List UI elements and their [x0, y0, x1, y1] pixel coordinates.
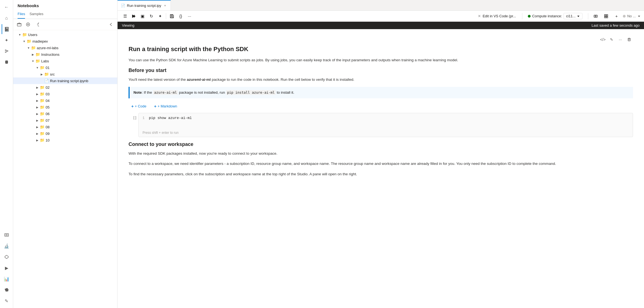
designer-button[interactable]: ✦	[2, 35, 12, 45]
run-all-button[interactable]	[130, 12, 138, 20]
code-view-action-button[interactable]: </>	[599, 36, 607, 43]
status-viewing-label: Viewing	[122, 23, 134, 27]
folder-10-icon: 📁	[40, 138, 44, 143]
tree-item-09[interactable]: ▶ 📁 09	[13, 130, 117, 137]
tree-item-labs[interactable]: ▼ 📁 Labs	[13, 58, 117, 64]
refresh-button[interactable]	[33, 21, 41, 28]
toolbar-divider-1	[166, 13, 166, 19]
endpoint-button[interactable]: ▶	[2, 263, 12, 273]
tab-files[interactable]: Files	[18, 10, 25, 19]
back-button[interactable]: ←	[2, 2, 12, 12]
collapse-panel-button[interactable]	[107, 21, 115, 28]
save-button[interactable]	[168, 12, 176, 20]
model-button[interactable]	[2, 252, 12, 262]
svg-rect-19	[594, 15, 597, 17]
add-markdown-cell-button[interactable]: + + Markdown	[151, 103, 180, 110]
code-cell-text[interactable]: pip show azure-ai-ml	[149, 116, 629, 120]
notebook-title: Run a training script with the Python SD…	[129, 46, 633, 53]
section2-body3: To find the necessary parameters, click …	[129, 171, 633, 177]
tree-item-02[interactable]: ▶ 📁 02	[13, 84, 117, 91]
chevron-09-icon: ▶	[35, 131, 40, 136]
tree-item-05[interactable]: ▶ 📁 05	[13, 104, 117, 110]
code-cell-content[interactable]: 1 pip show azure-ai-ml	[139, 113, 633, 130]
tab-samples[interactable]: Samples	[29, 10, 43, 19]
stop-button[interactable]: ▣	[138, 12, 147, 20]
add-code-cell-button[interactable]: + + Code	[129, 103, 149, 110]
tree-item-madiepev[interactable]: ▼ 📁 madiepev	[13, 38, 117, 45]
edit-vscode-button[interactable]: ✕ Edit in VS Code (pr...	[475, 13, 518, 19]
notebook-button[interactable]: 📓	[2, 24, 12, 34]
folder-users-icon: 📁	[22, 32, 27, 37]
restart-button[interactable]: ↻	[147, 12, 155, 20]
svg-line-3	[6, 50, 7, 51]
add-file-button[interactable]	[24, 21, 32, 28]
add-compute-button[interactable]	[592, 12, 600, 20]
notebook-content[interactable]: </> ✎ ··· Run a training script with the…	[118, 29, 644, 308]
tree-item-08[interactable]: ▶ 📁 08	[13, 124, 117, 130]
tree-item-04[interactable]: ▶ 📁 04	[13, 97, 117, 104]
section1-body: You'll need the latest version of the az…	[129, 77, 633, 83]
compute-instance-selector[interactable]: Compute instance: ci11...	[526, 12, 585, 20]
main-notebook-area: 📄 Run training script.ipy × ☰ ▣ ↻ ✦ {} ·…	[118, 0, 644, 308]
chevron-01-icon: ▼	[35, 65, 40, 70]
home-button[interactable]: ⌂	[2, 13, 12, 23]
tree-item-src[interactable]: ▶ 📁 src	[13, 71, 117, 77]
new-folder-button[interactable]	[15, 21, 23, 28]
add-cell-plus-button[interactable]: +	[612, 12, 621, 20]
experiment-button[interactable]: 🔬	[2, 241, 12, 251]
compute-side-button[interactable]	[2, 230, 12, 240]
svg-rect-0	[5, 50, 6, 51]
file-panel-title: Notebooks	[13, 0, 117, 10]
pipeline-button[interactable]	[2, 46, 12, 56]
notebook-intro: You can use the Python SDK for Azure Mac…	[129, 57, 633, 63]
tree-item-instructions[interactable]: ▶ 📁 Instructions	[13, 51, 117, 58]
svg-line-4	[6, 51, 7, 52]
folder-instructions-icon: 📁	[35, 52, 40, 57]
data-button[interactable]	[2, 57, 12, 67]
chevron-azure-ml-labs-icon: ▼	[26, 46, 31, 50]
tree-item-07[interactable]: ▶ 📁 07	[13, 117, 117, 124]
svg-rect-2	[7, 51, 8, 51]
tree-item-01[interactable]: ▼ 📁 01	[13, 64, 117, 71]
section2-heading: Connect to your workspace	[129, 141, 633, 147]
tree-item-azure-ml-labs[interactable]: ▼ 📁 azure-ml-labs	[13, 45, 117, 51]
folder-02-icon: 📁	[40, 85, 44, 90]
svg-rect-23	[604, 16, 606, 18]
svg-rect-24	[606, 16, 608, 18]
monitor-button[interactable]: 📊	[2, 274, 12, 284]
tree-item-users[interactable]: ▼ 📁 Users	[13, 31, 117, 38]
edit-pencil-action-button[interactable]: ✎	[608, 36, 615, 43]
folder-03-icon: 📁	[40, 91, 44, 96]
active-notebook-tab[interactable]: 📄 Run training script.ipy ×	[118, 0, 171, 10]
clear-button[interactable]: ✦	[156, 12, 164, 20]
svg-rect-16	[171, 16, 173, 18]
code-toggle-button[interactable]: {}	[177, 12, 185, 20]
more-action-button[interactable]: ···	[617, 36, 624, 43]
settings-button[interactable]	[2, 285, 12, 295]
svg-rect-1	[5, 52, 6, 52]
chevron-03-icon: ▶	[35, 92, 40, 96]
file-panel-tabs: Files Samples	[13, 10, 117, 19]
tree-item-10[interactable]: ▶ 📁 10	[13, 137, 117, 143]
folder-madiepev-icon: 📁	[26, 39, 31, 44]
svg-marker-25	[638, 16, 640, 17]
tree-item-03[interactable]: ▶ 📁 03	[13, 91, 117, 97]
section2-body2: To connect to a workspace, we need ident…	[129, 161, 633, 167]
grid-view-button[interactable]	[602, 12, 610, 20]
kernel-status-dot	[623, 15, 626, 18]
more-options-button[interactable]: ···	[185, 12, 194, 20]
note-code2: pip install azure-ai-ml	[226, 90, 276, 95]
tree-item-06[interactable]: ▶ 📁 06	[13, 110, 117, 117]
delete-action-button[interactable]	[625, 36, 633, 43]
folder-08-icon: 📁	[40, 124, 44, 129]
tree-item-run-training[interactable]: 📄 Run training script.ipynb	[13, 77, 117, 84]
add-code-icon: +	[131, 104, 134, 109]
code-cell[interactable]: 1 pip show azure-ai-ml Press shift + ent…	[138, 113, 633, 137]
hamburger-menu-button[interactable]: ☰	[121, 12, 129, 20]
edit-side-button[interactable]: ✎	[2, 296, 12, 306]
tab-close-button[interactable]: ×	[163, 3, 167, 8]
section2-body1: With the required SDK packages installed…	[129, 151, 633, 157]
vscode-x-icon: ✕	[478, 14, 481, 18]
compute-dropdown[interactable]: ci11...	[564, 13, 582, 19]
svg-marker-15	[134, 15, 135, 18]
